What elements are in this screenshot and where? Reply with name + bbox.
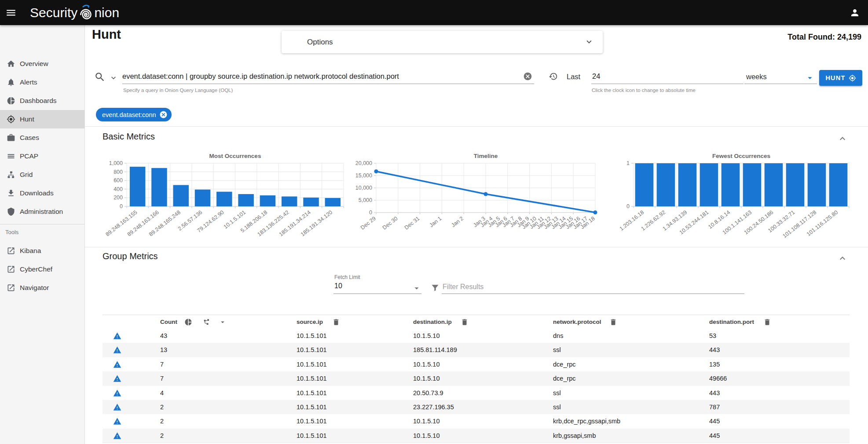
duration-unit-select[interactable]: weeks	[746, 73, 767, 81]
trash-icon[interactable]	[332, 318, 340, 326]
column-header-destination-ip[interactable]: destination.ip	[413, 315, 452, 329]
sidebar-item-pcap[interactable]: PCAP	[0, 147, 84, 165]
cell-count[interactable]: 7	[160, 357, 164, 371]
cell-source-ip[interactable]: 10.1.5.101	[297, 343, 327, 357]
cell-destination-port[interactable]: 443	[709, 386, 720, 400]
fetch-limit-select[interactable]: 10	[334, 282, 342, 290]
table-row[interactable]: 4310.1.5.10110.1.5.10dns53	[103, 329, 850, 343]
cell-destination-ip[interactable]: 20.50.73.9	[413, 386, 443, 400]
security-onion-logo[interactable]: Security nion	[30, 4, 119, 22]
cell-destination-port[interactable]: 787	[709, 400, 720, 414]
table-row[interactable]: 710.1.5.10110.1.5.10dce_rpc49666	[103, 371, 850, 386]
warning-icon[interactable]	[113, 374, 121, 383]
table-row[interactable]: 410.1.5.10120.50.73.9ssl443	[103, 386, 850, 400]
caret-down-icon[interactable]	[412, 283, 421, 293]
table-row[interactable]: 710.1.5.10110.1.5.10dce_rpc135	[103, 357, 850, 372]
collapse-basic-metrics-icon[interactable]	[837, 133, 848, 144]
query-dropdown-chevron-icon[interactable]	[109, 73, 118, 82]
cell-count[interactable]: 2	[160, 400, 164, 414]
cell-source-ip[interactable]: 10.1.5.101	[297, 329, 327, 343]
hunt-button[interactable]: HUNT	[819, 70, 862, 86]
column-header-source-ip[interactable]: source.ip	[297, 315, 323, 329]
cell-network-protocol[interactable]: dce_rpc	[553, 357, 576, 371]
table-row[interactable]: 210.1.5.10110.1.5.10krb,dce_rpc,gssapi,s…	[103, 414, 850, 429]
cell-destination-port[interactable]: 445	[709, 429, 720, 443]
cell-count[interactable]: 2	[160, 414, 164, 428]
options-expander[interactable]: Options	[282, 31, 603, 53]
warning-icon[interactable]	[113, 417, 121, 426]
filter-chip[interactable]: event.dataset:conn	[96, 108, 172, 121]
sidebar-item-downloads[interactable]: Downloads	[0, 184, 84, 202]
cell-destination-ip[interactable]: 10.1.5.10	[413, 371, 439, 385]
sidebar-item-grid[interactable]: Grid	[0, 165, 84, 184]
cell-destination-ip[interactable]: 10.1.5.10	[413, 414, 439, 428]
cell-destination-port[interactable]: 53	[709, 329, 716, 343]
warning-icon[interactable]	[113, 432, 121, 440]
caret-down-icon[interactable]	[805, 73, 815, 83]
warning-icon[interactable]	[113, 389, 121, 397]
cell-destination-port[interactable]: 443	[709, 343, 720, 357]
cell-network-protocol[interactable]: dce_rpc	[553, 371, 576, 385]
collapse-group-metrics-icon[interactable]	[837, 253, 848, 264]
sidebar-item-hunt[interactable]: Hunt	[0, 110, 84, 128]
remove-filter-icon[interactable]	[159, 110, 168, 119]
clear-query-icon[interactable]	[523, 72, 532, 81]
trash-icon[interactable]	[461, 318, 469, 326]
query-input[interactable]	[122, 70, 518, 83]
cell-network-protocol[interactable]: krb,dce_rpc,gssapi,smb	[553, 414, 620, 428]
cell-network-protocol[interactable]: ssl	[553, 343, 561, 357]
cell-destination-ip[interactable]: 10.1.5.10	[413, 329, 439, 343]
cell-count[interactable]: 7	[160, 371, 164, 385]
sidebar-item-dashboards[interactable]: Dashboards	[0, 92, 84, 110]
column-header-count[interactable]: Count	[160, 315, 177, 329]
cell-destination-port[interactable]: 135	[709, 357, 720, 371]
sidebar-item-kibana[interactable]: Kibana	[0, 242, 84, 260]
column-header-network-protocol[interactable]: network.protocol	[553, 315, 601, 329]
cell-source-ip[interactable]: 10.1.5.101	[297, 357, 327, 371]
cell-network-protocol[interactable]: ssl	[553, 400, 561, 414]
history-clock-icon[interactable]	[549, 72, 558, 81]
warning-icon[interactable]	[113, 332, 121, 340]
cell-count[interactable]: 2	[160, 429, 164, 443]
cell-source-ip[interactable]: 10.1.5.101	[297, 386, 327, 400]
cell-network-protocol[interactable]: dns	[553, 329, 563, 343]
sidebar-item-navigator[interactable]: Navigator	[0, 279, 84, 297]
cell-network-protocol[interactable]: ssl	[553, 386, 561, 400]
cell-source-ip[interactable]: 10.1.5.101	[297, 371, 327, 385]
cell-source-ip[interactable]: 10.1.5.101	[297, 414, 327, 428]
sidebar-item-administration[interactable]: Administration	[0, 202, 84, 221]
table-row[interactable]: 1310.1.5.101185.81.114.189ssl443	[103, 343, 850, 357]
warning-icon[interactable]	[113, 346, 121, 354]
trash-icon[interactable]	[609, 318, 617, 326]
cell-count[interactable]: 43	[160, 329, 167, 343]
filter-results-input[interactable]	[443, 281, 742, 293]
cell-destination-port[interactable]: 445	[709, 414, 720, 428]
sidebar-item-cases[interactable]: Cases	[0, 128, 84, 147]
cell-destination-port[interactable]: 49666	[709, 371, 727, 385]
pie-chart-toggle-icon[interactable]	[184, 318, 192, 326]
cell-destination-ip[interactable]: 185.81.114.189	[413, 343, 457, 357]
sidebar-item-overview[interactable]: Overview	[0, 55, 84, 73]
trash-icon[interactable]	[763, 318, 771, 326]
cell-count[interactable]: 4	[160, 386, 164, 400]
sidebar-item-label: Downloads	[20, 189, 54, 197]
cell-source-ip[interactable]: 10.1.5.101	[297, 429, 327, 443]
cell-destination-ip[interactable]: 23.227.196.35	[413, 400, 454, 414]
user-account-icon[interactable]	[850, 7, 860, 18]
menu-icon[interactable]	[5, 7, 17, 18]
column-header-destination-port[interactable]: destination.port	[709, 315, 754, 329]
warning-icon[interactable]	[113, 360, 121, 369]
cell-count[interactable]: 13	[160, 343, 167, 357]
graph-view-icon[interactable]	[202, 318, 210, 326]
cell-source-ip[interactable]: 10.1.5.101	[297, 400, 327, 414]
table-row[interactable]: 210.1.5.10110.1.5.10krb,gssapi,smb445	[103, 429, 850, 443]
cell-destination-ip[interactable]: 10.1.5.10	[413, 429, 439, 443]
sidebar-item-cyberchef[interactable]: CyberChef	[0, 260, 84, 279]
table-row[interactable]: 210.1.5.10123.227.196.35ssl787	[103, 400, 850, 415]
caret-down-icon[interactable]	[219, 318, 227, 326]
sidebar-item-alerts[interactable]: Alerts	[0, 73, 84, 92]
cell-destination-ip[interactable]: 10.1.5.10	[413, 357, 439, 371]
warning-icon[interactable]	[113, 403, 121, 411]
cell-network-protocol[interactable]: krb,gssapi,smb	[553, 429, 596, 443]
duration-value-input[interactable]	[592, 70, 680, 83]
